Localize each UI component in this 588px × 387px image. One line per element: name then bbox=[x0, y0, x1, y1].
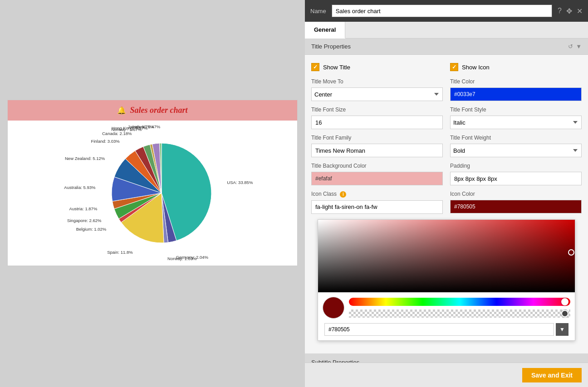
title-bg-color-swatch[interactable]: #efafaf bbox=[311, 172, 443, 185]
chart-title: Sales order chart bbox=[130, 106, 187, 115]
font-family-weight-row: Title Font Family Title Font Weight Bold… bbox=[311, 135, 582, 157]
chart-body: USA: 33.85%Germany: 2.04%Norway: 1.03%Sp… bbox=[8, 121, 297, 266]
alpha-handle[interactable] bbox=[561, 310, 568, 317]
color-hex-input[interactable] bbox=[324, 323, 554, 336]
chart-container: 🔔 Sales order chart USA: 33.85%Germany: … bbox=[7, 100, 298, 266]
hue-slider[interactable] bbox=[349, 298, 570, 306]
icon-color-swatch[interactable]: #780505 bbox=[450, 200, 582, 213]
title-color-swatch[interactable]: #0033e7 bbox=[450, 87, 582, 101]
title-font-size-col: Title Font Size bbox=[311, 106, 443, 129]
padding-col: Padding bbox=[450, 163, 582, 185]
color-picker-popup: ▼ bbox=[318, 219, 575, 341]
pie-label-7: Australia: 5.93% bbox=[64, 185, 96, 190]
title-properties-header[interactable]: Title Properties ↺ ▼ bbox=[305, 39, 588, 55]
font-size-style-row: Title Font Size Title Font Style Italic … bbox=[311, 106, 582, 129]
chart-area: 🔔 Sales order chart USA: 33.85%Germany: … bbox=[0, 0, 305, 387]
show-title-col: ✓ Show Title bbox=[311, 61, 443, 73]
title-properties-label: Title Properties bbox=[311, 43, 351, 50]
close-icon[interactable]: ✕ bbox=[577, 7, 583, 15]
color-gradient-inner bbox=[318, 220, 575, 292]
collapse-icon[interactable]: ▼ bbox=[576, 43, 582, 50]
alpha-slider[interactable] bbox=[349, 310, 570, 318]
panel-header: Name ? ✥ ✕ bbox=[305, 0, 588, 22]
title-font-size-label: Title Font Size bbox=[311, 106, 443, 113]
pie-label-9: Finland: 3.03% bbox=[91, 139, 120, 144]
panel-footer: Save and Exit bbox=[305, 363, 588, 387]
pie-label-8: New Zealand: 5.12% bbox=[65, 156, 105, 161]
show-icon-col: ✓ Show Icon bbox=[450, 61, 582, 73]
section-header-icons: ↺ ▼ bbox=[568, 43, 582, 50]
color-picker-controls bbox=[318, 292, 575, 323]
pie-label-14: Ireland: 0.47% bbox=[132, 125, 161, 129]
title-font-family-input[interactable] bbox=[311, 144, 443, 157]
pie-label-2: Norway: 1.03% bbox=[167, 256, 197, 261]
title-move-to-col: Title Move To Center Left Right bbox=[311, 78, 443, 101]
show-icon-row: ✓ Show Icon bbox=[450, 61, 582, 73]
show-icon-checkbox[interactable]: ✓ bbox=[450, 63, 458, 71]
show-title-checkbox[interactable]: ✓ bbox=[311, 63, 319, 71]
title-move-to-select[interactable]: Center Left Right bbox=[311, 87, 443, 101]
save-exit-button[interactable]: Save and Exit bbox=[522, 368, 582, 382]
pie-label-0: USA: 33.85% bbox=[227, 180, 253, 185]
name-label: Name bbox=[310, 8, 326, 15]
pie-chart: USA: 33.85%Germany: 2.04%Norway: 1.03%Sp… bbox=[21, 125, 284, 261]
color-hex-row: ▼ bbox=[318, 323, 575, 340]
icon-class-input[interactable] bbox=[311, 200, 443, 214]
help-icon[interactable]: ? bbox=[558, 7, 562, 15]
title-color-col: Title Color #0033e7 bbox=[450, 78, 582, 101]
pie-label-5: Singapore: 2.62% bbox=[67, 218, 102, 223]
bg-color-padding-row: Title Background Color #efafaf Padding bbox=[311, 163, 582, 185]
title-properties-content: ✓ Show Title ✓ Show Icon bbox=[305, 55, 588, 353]
title-font-style-col: Title Font Style Italic Normal Bold Ital… bbox=[450, 106, 582, 129]
title-font-weight-label: Title Font Weight bbox=[450, 135, 582, 141]
pie-label-3: Spain: 11.8% bbox=[107, 250, 133, 255]
tabs-bar: General bbox=[305, 22, 588, 39]
title-font-style-select[interactable]: Italic Normal Bold Italic bbox=[450, 116, 582, 129]
padding-label: Padding bbox=[450, 163, 582, 169]
title-font-family-col: Title Font Family bbox=[311, 135, 443, 157]
hue-handle[interactable] bbox=[561, 298, 568, 305]
padding-input[interactable] bbox=[450, 172, 582, 185]
pie-label-6: Austria: 1.87% bbox=[69, 206, 98, 211]
header-icons: ? ✥ ✕ bbox=[558, 7, 583, 15]
subtitle-properties-section[interactable]: Subtitle Properties bbox=[305, 353, 588, 363]
color-swatch-large bbox=[323, 297, 344, 319]
title-font-size-input[interactable] bbox=[311, 116, 443, 129]
title-font-weight-col: Title Font Weight Bold Normal Lighter bbox=[450, 135, 582, 157]
title-font-weight-select[interactable]: Bold Normal Lighter bbox=[450, 144, 582, 157]
refresh-icon[interactable]: ↺ bbox=[568, 43, 573, 50]
title-font-style-label: Title Font Style bbox=[450, 106, 582, 113]
show-title-icon-row: ✓ Show Title ✓ Show Icon bbox=[311, 61, 582, 73]
color-gradient[interactable] bbox=[318, 220, 575, 292]
right-panel: Name ? ✥ ✕ General Title Properties ↺ ▼ bbox=[305, 0, 588, 387]
info-icon: i bbox=[340, 191, 346, 198]
icon-class-col: Icon Class i bbox=[311, 191, 443, 214]
title-move-to-label: Title Move To bbox=[311, 78, 443, 85]
icon-class-label: Icon Class i bbox=[311, 191, 443, 198]
color-sliders bbox=[349, 298, 570, 318]
panel-content[interactable]: Title Properties ↺ ▼ ✓ Show Title bbox=[305, 39, 588, 363]
color-dropdown-btn[interactable]: ▼ bbox=[556, 323, 568, 336]
icon-color-col: Icon Color #780505 bbox=[450, 191, 582, 213]
icon-class-color-row: Icon Class i Icon Color #780505 bbox=[311, 191, 582, 214]
title-font-family-label: Title Font Family bbox=[311, 135, 443, 141]
title-bg-color-label: Title Background Color bbox=[311, 163, 443, 169]
show-title-label: Show Title bbox=[323, 64, 350, 71]
name-input[interactable] bbox=[332, 5, 552, 17]
pie-label-4: Belgium: 1.02% bbox=[76, 227, 107, 232]
move-icon[interactable]: ✥ bbox=[566, 7, 572, 15]
check-mark: ✓ bbox=[313, 64, 318, 70]
show-icon-label: Show Icon bbox=[462, 64, 490, 71]
show-title-row: ✓ Show Title bbox=[311, 61, 443, 73]
check-mark-2: ✓ bbox=[452, 64, 456, 70]
icon-color-label: Icon Color bbox=[450, 191, 582, 197]
move-color-row: Title Move To Center Left Right Title Co… bbox=[311, 78, 582, 101]
title-bg-color-col: Title Background Color #efafaf bbox=[311, 163, 443, 185]
chart-title-bar: 🔔 Sales order chart bbox=[8, 100, 297, 121]
title-color-label: Title Color bbox=[450, 78, 582, 85]
color-picker-handle[interactable] bbox=[568, 249, 574, 256]
chart-bell-icon: 🔔 bbox=[117, 106, 126, 115]
tab-general[interactable]: General bbox=[305, 22, 345, 39]
